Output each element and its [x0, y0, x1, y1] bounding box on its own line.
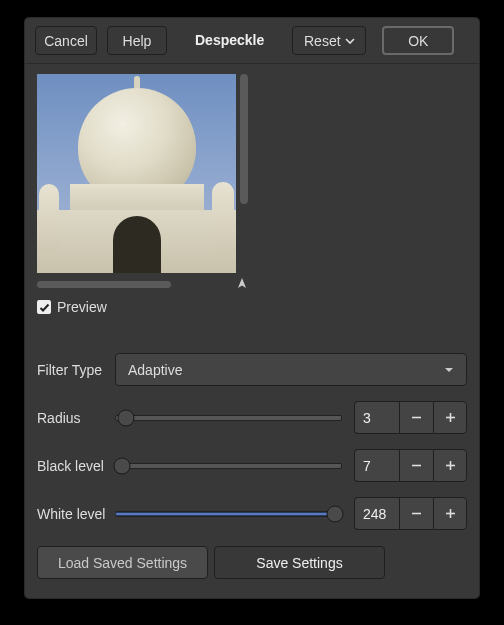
preview-area [37, 74, 249, 273]
preview-vertical-scrollbar[interactable] [240, 74, 248, 204]
save-settings-button[interactable]: Save Settings [214, 546, 385, 579]
preview-nav-row [37, 277, 249, 291]
black-level-label: Black level [37, 458, 115, 474]
radius-value-input[interactable]: 3 [354, 401, 399, 434]
svg-rect-6 [412, 513, 421, 515]
filter-type-value: Adaptive [128, 362, 182, 378]
filter-type-row: Filter Type Adaptive [37, 353, 467, 386]
reset-button[interactable]: Reset [292, 26, 366, 55]
black-level-spinbox: 7 [354, 449, 467, 482]
despeckle-dialog: Cancel Help Despeckle Reset OK [25, 18, 479, 598]
preview-toggle-row: Preview [37, 299, 467, 315]
white-level-row: White level 248 [37, 497, 467, 530]
black-level-slider[interactable] [115, 449, 342, 482]
white-level-slider-thumb[interactable] [327, 505, 344, 522]
white-level-value-input[interactable]: 248 [354, 497, 399, 530]
white-level-slider[interactable] [115, 497, 342, 530]
preview-checkbox[interactable] [37, 300, 51, 314]
preview-image[interactable] [37, 74, 236, 273]
minus-icon [410, 459, 423, 472]
plus-icon [444, 459, 457, 472]
radius-decrement-button[interactable] [399, 401, 433, 434]
minus-icon [410, 411, 423, 424]
svg-rect-5 [449, 461, 451, 470]
black-level-slider-thumb[interactable] [113, 457, 130, 474]
dialog-content: Preview Filter Type Adaptive Radius 3 [25, 64, 479, 591]
checkmark-icon [39, 302, 50, 313]
minus-icon [410, 507, 423, 520]
load-saved-settings-button[interactable]: Load Saved Settings [37, 546, 208, 579]
preview-checkbox-label: Preview [57, 299, 107, 315]
dropdown-triangle-icon [444, 365, 454, 375]
preview-horizontal-scrollbar[interactable] [37, 281, 171, 288]
black-level-row: Black level 7 [37, 449, 467, 482]
dialog-title: Despeckle [195, 32, 264, 49]
black-level-increment-button[interactable] [433, 449, 467, 482]
bottom-button-row: Load Saved Settings Save Settings [37, 546, 467, 579]
svg-rect-0 [412, 417, 421, 419]
radius-row: Radius 3 [37, 401, 467, 434]
white-level-spinbox: 248 [354, 497, 467, 530]
navigation-arrow-icon[interactable] [235, 277, 249, 291]
radius-slider-thumb[interactable] [118, 409, 135, 426]
svg-rect-3 [412, 465, 421, 467]
filter-type-label: Filter Type [37, 362, 115, 378]
radius-label: Radius [37, 410, 115, 426]
chevron-down-icon [345, 36, 355, 46]
svg-rect-8 [449, 509, 451, 518]
white-level-increment-button[interactable] [433, 497, 467, 530]
ok-button[interactable]: OK [382, 26, 454, 55]
radius-slider[interactable] [115, 401, 342, 434]
reset-button-label: Reset [304, 33, 341, 49]
black-level-decrement-button[interactable] [399, 449, 433, 482]
white-level-decrement-button[interactable] [399, 497, 433, 530]
dialog-topbar: Cancel Help Despeckle Reset OK [25, 18, 479, 64]
radius-increment-button[interactable] [433, 401, 467, 434]
filter-type-select[interactable]: Adaptive [115, 353, 467, 386]
svg-rect-2 [449, 413, 451, 422]
white-level-slider-fill [115, 512, 335, 516]
cancel-button[interactable]: Cancel [35, 26, 97, 55]
help-button[interactable]: Help [107, 26, 167, 55]
settings-block: Filter Type Adaptive Radius 3 [37, 353, 467, 579]
black-level-value-input[interactable]: 7 [354, 449, 399, 482]
plus-icon [444, 411, 457, 424]
radius-spinbox: 3 [354, 401, 467, 434]
plus-icon [444, 507, 457, 520]
white-level-label: White level [37, 506, 115, 522]
